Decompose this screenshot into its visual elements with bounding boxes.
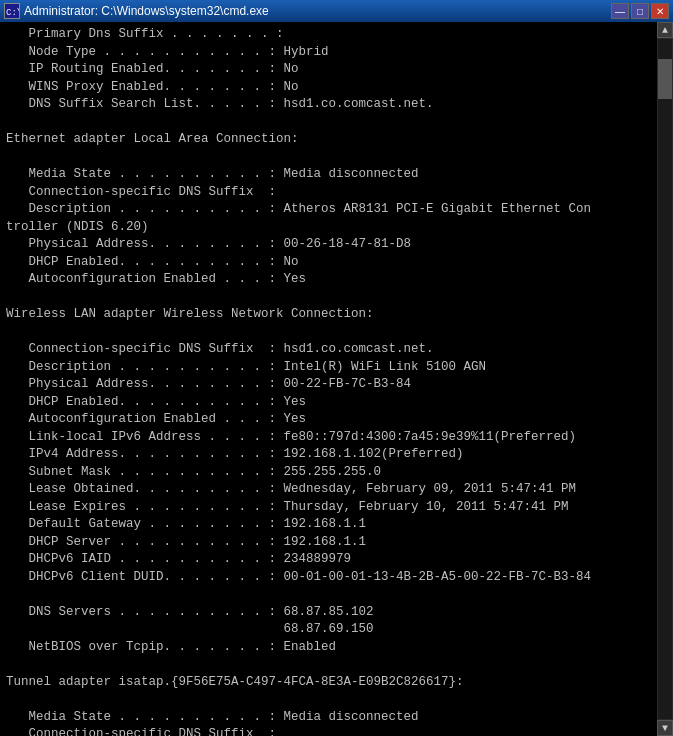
cmd-icon: C:\ [4,3,20,19]
cmd-window: Primary Dns Suffix . . . . . . . : Node … [0,22,673,736]
svg-text:C:\: C:\ [6,8,19,18]
title-bar-left: C:\ Administrator: C:\Windows\system32\c… [4,3,269,19]
close-button[interactable]: ✕ [651,3,669,19]
window-controls: — □ ✕ [611,3,669,19]
title-bar: C:\ Administrator: C:\Windows\system32\c… [0,0,673,22]
scroll-down-button[interactable]: ▼ [657,720,673,736]
scroll-up-button[interactable]: ▲ [657,22,673,38]
minimize-button[interactable]: — [611,3,629,19]
scrollbar: ▲ ▼ [657,22,673,736]
window-title: Administrator: C:\Windows\system32\cmd.e… [24,4,269,18]
scroll-track[interactable] [658,39,672,719]
scroll-thumb[interactable] [658,59,672,99]
maximize-button[interactable]: □ [631,3,649,19]
terminal-output[interactable]: Primary Dns Suffix . . . . . . . : Node … [0,22,657,736]
